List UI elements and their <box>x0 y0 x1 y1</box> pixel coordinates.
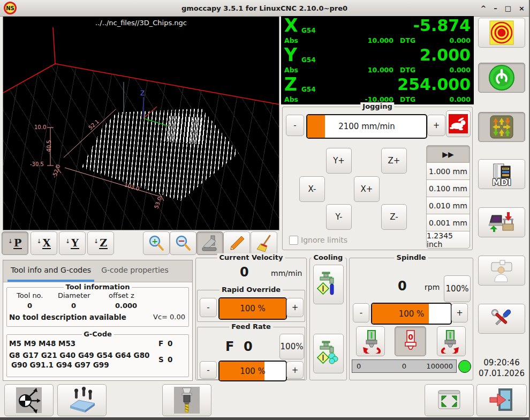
spindle-range-min: 0 <box>357 362 361 370</box>
tab-tool-info[interactable]: Tool info and G-codes <box>7 260 94 282</box>
spindle-rpm-value: 0 <box>398 279 407 294</box>
user-tabs-button[interactable] <box>478 256 525 286</box>
spindle-range-max: 100000 <box>426 362 453 370</box>
jog-increment-001mm-button[interactable]: 0.010 mm <box>426 197 470 214</box>
current-velocity-value: 0 <box>240 265 249 280</box>
spindle-frame: Spindle 0 rpm 100% - 100 % + 0 <box>349 258 473 380</box>
jog-speed-slider[interactable]: 2100 mm/min <box>306 114 427 139</box>
feed-f-label: F <box>225 339 234 354</box>
close-button[interactable]: × <box>519 4 525 12</box>
mist-coolant-button[interactable] <box>313 334 344 373</box>
dro-panel[interactable]: X G54 -5.874 Abs 10.000 DTG 0.000 Y G54 … <box>281 16 474 104</box>
mdi-label: MDI <box>479 177 525 188</box>
rapid-plus-button[interactable]: + <box>286 298 304 317</box>
spindle-cw-button[interactable] <box>437 326 466 356</box>
machine-on-button[interactable] <box>478 63 525 93</box>
jog-x-minus-button[interactable]: X- <box>299 176 325 202</box>
jog-arrows-icon <box>489 115 514 139</box>
jog-speed-plus-button[interactable]: + <box>427 115 445 136</box>
rapid-override-slider[interactable]: 100 % <box>218 297 287 320</box>
manual-mode-button[interactable] <box>478 112 525 142</box>
auto-mode-button[interactable] <box>478 207 525 237</box>
mdi-mode-button[interactable]: MDI <box>478 159 525 189</box>
coord-system: G54 <box>301 56 316 64</box>
spindle-plus-button[interactable]: + <box>451 303 468 322</box>
minimize-button[interactable]: – <box>494 4 497 12</box>
dro-value-y: 2.000 <box>420 46 471 65</box>
zoom-out-button[interactable]: − <box>170 231 196 255</box>
feed-rate-frame: Feed Rate F 0 100% - 100 % + <box>197 327 305 380</box>
jog-z-minus-button[interactable]: Z- <box>381 204 407 230</box>
gremlin-preview[interactable]: 10.0 40.5 -30.5 -52.0 103.0 53.0 52.1 Z … <box>3 16 279 230</box>
view-x-button[interactable]: ↓ X <box>31 231 57 255</box>
spindle-ccw-button[interactable] <box>356 326 385 356</box>
letter-z: Z <box>99 237 108 249</box>
feed-override-value: 100 % <box>219 362 286 380</box>
clock-date: 07.01.2026 <box>476 369 527 378</box>
view-y-button[interactable]: ↓ Y <box>59 231 86 255</box>
spindle-override-slider[interactable]: 100 % <box>371 303 452 325</box>
svg-text:+: + <box>152 237 158 245</box>
show-dimensions-button[interactable] <box>196 231 223 255</box>
tool-description: No tool description available <box>9 313 126 321</box>
spindle-stop-button[interactable]: 0 <box>395 326 426 356</box>
turbo-jog-button[interactable] <box>446 110 471 137</box>
touchplate-button[interactable] <box>57 384 107 416</box>
abs-value-x: 10.000 <box>351 36 393 44</box>
dtg-value-x: 0.000 <box>449 36 471 44</box>
flood-coolant-button[interactable] <box>313 265 344 304</box>
rapid-minus-button[interactable]: - <box>200 298 217 317</box>
feed-override-slider[interactable]: 100 % <box>218 361 287 381</box>
jog-increment-continuous-button[interactable]: ▶▶ <box>426 145 470 163</box>
tool-change-button[interactable] <box>162 384 211 416</box>
rapid-override-frame: Rapid Override - 100 % + <box>197 290 305 322</box>
ignore-limits-label: Ignore limits <box>301 236 347 244</box>
dro-axis-y: Y G54 2.000 Abs 10.000 DTG 0.000 <box>281 46 474 75</box>
dim-z-bottom: -30.5 <box>30 161 44 167</box>
zoom-in-icon: + <box>147 234 165 252</box>
letter-x: X <box>42 237 51 249</box>
dimensions-icon <box>200 234 219 253</box>
feed-plus-button[interactable]: + <box>286 361 304 379</box>
dro-value-z: 254.000 <box>397 75 471 94</box>
settings-button[interactable] <box>478 304 525 334</box>
shade-window-button[interactable]: ^ <box>480 4 486 12</box>
jog-increment-0001mm-button[interactable]: 0.001 mm <box>426 214 470 231</box>
spindle-at-speed-led <box>458 360 471 373</box>
feed-f-value: 0 <box>244 339 253 354</box>
fullscreen-button[interactable] <box>425 384 474 416</box>
broom-icon <box>254 234 274 253</box>
spindle-minus-button[interactable]: - <box>353 303 369 322</box>
maximize-button[interactable]: □ <box>505 4 511 12</box>
jog-increment-01mm-button[interactable]: 0.100 mm <box>426 179 470 197</box>
exit-button[interactable] <box>476 384 527 416</box>
spindle-reset-button[interactable]: 100% <box>444 275 471 302</box>
ignore-limits-checkbox[interactable] <box>289 236 298 245</box>
active-g-codes-1: G8 G17 G21 G40 G49 G54 G64 G80 <box>9 351 149 359</box>
zoom-in-button[interactable]: + <box>143 231 170 255</box>
feed-reset-button[interactable]: 100% <box>279 334 304 359</box>
feed-minus-button[interactable]: - <box>200 361 217 379</box>
jog-z-plus-button[interactable]: Z+ <box>381 148 407 174</box>
view-z-button[interactable]: ↓ Z <box>87 231 114 255</box>
clear-plot-button[interactable] <box>251 231 277 255</box>
val-diameter: 0 <box>71 302 76 310</box>
jog-y-plus-button[interactable]: Y+ <box>326 148 352 174</box>
jog-y-minus-button[interactable]: Y- <box>326 204 352 230</box>
jog-speed-minus-button[interactable]: - <box>286 115 304 136</box>
view-perspective-button[interactable]: ↓ P <box>2 231 28 255</box>
estop-button[interactable] <box>478 18 525 48</box>
jog-increment-inch-button[interactable]: 1.2345 inch <box>426 231 470 249</box>
fullscreen-icon <box>435 388 463 412</box>
s-word-value: 0 <box>168 355 172 364</box>
col-offset-z: offset z <box>109 291 134 299</box>
jogging-title: Jogging <box>360 102 394 110</box>
jog-increment-1mm-button[interactable]: 1.000 mm <box>426 162 470 180</box>
col-diameter: Diameter <box>58 291 90 299</box>
jog-x-plus-button[interactable]: X+ <box>354 176 380 202</box>
tab-gcode-properties[interactable]: G-code properties <box>99 260 171 280</box>
edit-gcode-button[interactable] <box>223 231 250 255</box>
preview-axes <box>3 17 279 230</box>
touch-off-button[interactable] <box>4 384 54 416</box>
active-m-codes: M5 M9 M48 M53 <box>9 339 75 348</box>
